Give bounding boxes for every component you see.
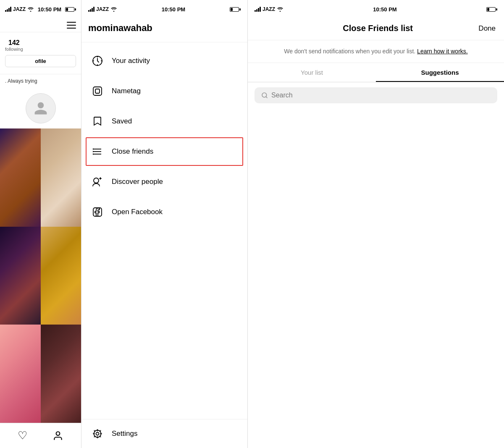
- right-panel: JAZZ 10:50 PM Close Friends list Done We…: [248, 0, 504, 448]
- menu-item-close-friends[interactable]: Close friends: [85, 136, 244, 167]
- status-bar-left: JAZZ 10:50 PM: [0, 0, 81, 18]
- time-right: 10:50 PM: [373, 6, 396, 13]
- profile-stats: 142 following ofile: [0, 32, 81, 74]
- carrier-right: JAZZ: [262, 6, 275, 12]
- learn-more-link[interactable]: Learn how it works.: [417, 48, 468, 55]
- profile-nav-icon[interactable]: [52, 430, 63, 441]
- notification-text: We don't send notifications when you edi…: [248, 40, 504, 63]
- menu-item-saved[interactable]: Saved: [81, 106, 247, 136]
- tab-your-list[interactable]: Your list: [248, 63, 376, 82]
- nametag-icon: [90, 84, 105, 99]
- grid-image-6: [41, 325, 81, 423]
- search-icon: [261, 92, 268, 99]
- svg-marker-8: [93, 151, 94, 152]
- grid-image-5: [0, 325, 41, 423]
- menu-item-settings[interactable]: Settings: [81, 419, 247, 448]
- activity-icon: [90, 53, 105, 68]
- tab-suggestions[interactable]: Suggestions: [376, 63, 504, 82]
- svg-point-12: [96, 432, 99, 435]
- avatar-area: [0, 88, 81, 128]
- wifi-icon-right: [277, 7, 284, 12]
- your-activity-label: Your activity: [112, 57, 150, 65]
- following-label: following: [5, 47, 23, 52]
- svg-marker-7: [93, 148, 94, 150]
- status-bar-middle: JAZZ 10:50 PM: [81, 0, 247, 18]
- done-button[interactable]: Done: [478, 24, 496, 33]
- svg-point-10: [94, 178, 99, 183]
- bookmark-icon: [90, 114, 105, 129]
- edit-profile-button[interactable]: ofile: [5, 55, 76, 67]
- svg-point-13: [94, 430, 101, 438]
- image-grid: [0, 128, 81, 423]
- notification-message: We don't send notifications when you edi…: [284, 48, 415, 55]
- avatar: [26, 93, 56, 123]
- status-bar-right: JAZZ 10:50 PM: [248, 0, 504, 18]
- following-stat: 142 following: [5, 39, 23, 52]
- grid-image-3: [0, 227, 41, 325]
- svg-rect-3: [95, 89, 100, 93]
- battery-middle: [230, 7, 241, 12]
- following-count: 142: [8, 39, 20, 47]
- bio-text: . Always trying: [0, 74, 81, 88]
- middle-panel: JAZZ 10:50 PM mominawahab: [81, 0, 248, 448]
- carrier-middle: JAZZ: [96, 6, 109, 12]
- left-header: [0, 18, 81, 32]
- svg-rect-11: [93, 208, 102, 216]
- hamburger-button[interactable]: [67, 22, 76, 29]
- battery-right: [486, 7, 497, 12]
- close-friends-icon: [90, 144, 105, 159]
- carrier-left: JAZZ: [13, 6, 26, 12]
- search-container: [248, 82, 504, 108]
- open-facebook-label: Open Facebook: [112, 208, 163, 216]
- svg-rect-2: [93, 87, 102, 95]
- nametag-label: Nametag: [112, 87, 141, 95]
- heart-icon[interactable]: ♡: [18, 429, 27, 442]
- search-bar: [255, 87, 497, 103]
- svg-marker-9: [93, 153, 94, 155]
- grid-image-2: [41, 128, 81, 227]
- menu-item-discover-people[interactable]: Discover people: [81, 167, 247, 197]
- left-panel: JAZZ 10:50 PM 142 following ofile: [0, 0, 81, 448]
- wifi-icon: [27, 7, 34, 12]
- discover-icon: [90, 174, 105, 189]
- settings-label: Settings: [112, 430, 137, 438]
- wifi-icon-middle: [110, 7, 117, 12]
- facebook-icon: [90, 204, 105, 220]
- menu-item-your-activity[interactable]: Your activity: [81, 46, 247, 76]
- right-content-area: [248, 108, 504, 448]
- tabs-row: Your list Suggestions: [248, 63, 504, 82]
- right-header: Close Friends list Done: [248, 18, 504, 40]
- grid-image-4: [41, 227, 81, 325]
- saved-label: Saved: [112, 117, 132, 126]
- page-title: Close Friends list: [277, 24, 478, 33]
- time-middle: 10:50 PM: [162, 6, 185, 13]
- signal-icon-middle: [88, 7, 94, 12]
- signal-icon: [5, 7, 11, 12]
- close-friends-label: Close friends: [112, 147, 153, 156]
- battery-left: [65, 7, 76, 12]
- middle-header: mominawahab: [81, 18, 247, 42]
- menu-item-open-facebook[interactable]: Open Facebook: [81, 197, 247, 227]
- svg-point-0: [56, 432, 60, 435]
- menu-item-nametag[interactable]: Nametag: [81, 76, 247, 106]
- signal-icon-right: [255, 7, 261, 12]
- search-input[interactable]: [271, 92, 491, 99]
- username: mominawahab: [88, 23, 241, 34]
- time-left: 10:50 PM: [38, 6, 61, 13]
- menu-list: Your activity Nametag Saved: [81, 42, 247, 419]
- discover-people-label: Discover people: [112, 178, 163, 186]
- settings-icon: [90, 426, 105, 441]
- grid-image-1: [0, 128, 41, 227]
- bottom-nav: ♡: [0, 423, 81, 448]
